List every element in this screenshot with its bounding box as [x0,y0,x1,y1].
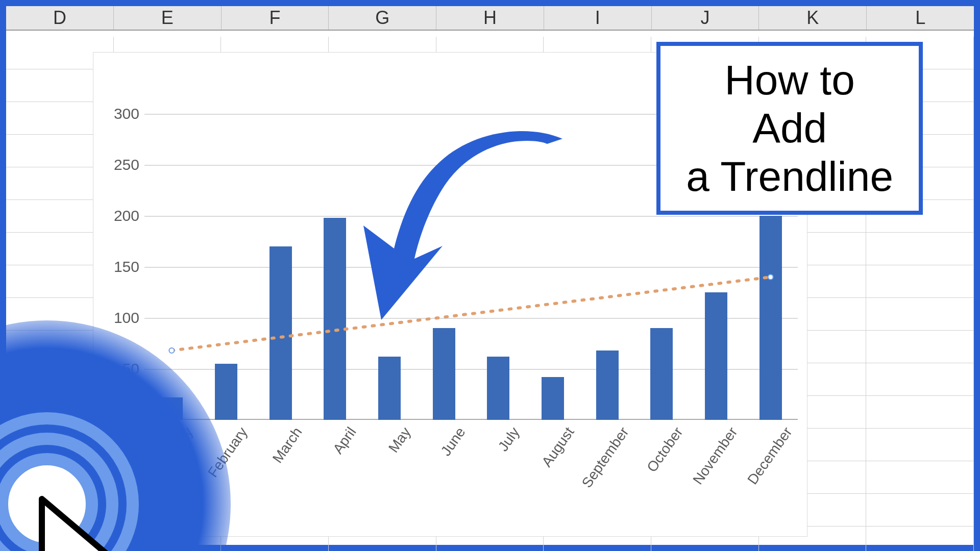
y-axis-tick: 300 [104,105,139,122]
column-header[interactable]: D [6,6,114,30]
x-axis-label: April [330,424,359,457]
chart-bar[interactable] [433,328,455,420]
chart-bar[interactable] [378,357,401,420]
x-axis-label: May [385,424,414,456]
chart-bar[interactable] [650,328,673,420]
x-axis-label: October [644,424,686,475]
column-header[interactable]: E [114,6,222,30]
callout-box: How to Add a Trendline [656,42,923,215]
gridline [144,369,798,370]
y-axis-tick: 250 [104,156,139,173]
x-axis-label: July [495,424,523,455]
column-header[interactable]: K [759,6,867,30]
chart-bar[interactable] [215,364,237,420]
y-axis-tick: 150 [104,258,139,276]
column-header-row: D E F G H I J K L [6,6,974,31]
callout-line3: a Trendline [686,153,893,201]
app-frame: D E F G H I J K L 050100150200250300Janu… [0,0,980,551]
chart-bar[interactable] [542,377,564,420]
chart-bar[interactable] [270,246,292,420]
column-header[interactable]: I [544,6,652,30]
chart-bar[interactable] [487,357,509,420]
column-header[interactable]: H [436,6,544,30]
column-header[interactable]: F [222,6,329,30]
column-header[interactable]: J [652,6,760,30]
svg-point-1 [169,348,174,353]
x-axis [144,419,798,420]
chart-bar[interactable] [324,218,346,420]
x-axis-label: November [690,424,741,488]
y-axis-tick: 200 [104,207,139,224]
y-axis-tick: 100 [104,309,139,327]
x-axis-label: August [538,424,577,470]
cursor-icon [32,494,134,551]
arrow-icon [358,118,573,333]
x-axis-label: December [744,424,795,488]
x-axis-label: September [578,424,632,491]
callout-line2: Add [686,104,893,152]
callout-line1: How to [686,56,893,104]
column-header[interactable]: L [867,6,974,30]
x-axis-label: June [437,424,469,459]
chart-bar[interactable] [760,216,782,420]
x-axis-label: March [269,424,305,466]
column-header[interactable]: G [329,6,436,30]
chart-bar[interactable] [705,292,727,420]
chart-bar[interactable] [596,350,619,420]
